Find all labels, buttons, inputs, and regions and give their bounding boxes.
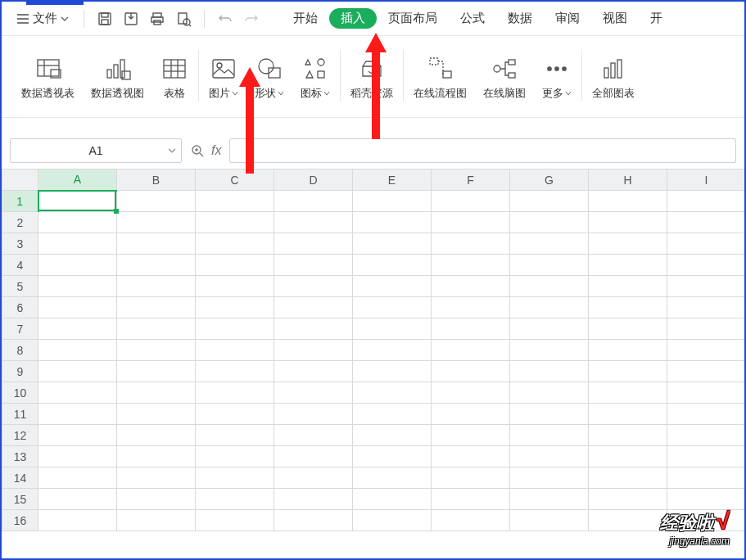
cell[interactable] [117, 446, 196, 467]
tab-more-right[interactable]: 开 [639, 6, 674, 31]
cell[interactable] [117, 255, 196, 276]
cell[interactable] [589, 446, 667, 467]
cell[interactable] [353, 191, 432, 212]
tab-insert[interactable]: 插入 [329, 8, 377, 29]
cell[interactable] [353, 233, 432, 255]
cell[interactable] [589, 233, 667, 255]
cell[interactable] [432, 510, 510, 531]
cell[interactable] [38, 340, 117, 361]
cell[interactable] [667, 425, 746, 446]
cell[interactable] [38, 446, 117, 467]
cell[interactable] [196, 425, 274, 446]
cell[interactable] [117, 233, 196, 255]
cell[interactable] [432, 361, 510, 382]
col-header-H[interactable]: H [589, 169, 667, 191]
col-header-B[interactable]: B [117, 169, 196, 191]
cell[interactable] [589, 191, 667, 212]
cell[interactable] [432, 467, 510, 489]
cell[interactable] [38, 233, 117, 255]
row-header-7[interactable]: 7 [2, 318, 38, 340]
doker-resource-button[interactable]: 稻壳资源 [342, 44, 401, 108]
fx-label[interactable]: fx [211, 143, 221, 158]
cell[interactable] [589, 425, 667, 446]
cell[interactable] [117, 318, 196, 340]
tab-view[interactable]: 视图 [591, 6, 639, 31]
cell[interactable] [432, 425, 510, 446]
row-header-11[interactable]: 11 [2, 404, 38, 425]
name-box[interactable]: A1 [10, 138, 182, 163]
cell[interactable] [117, 276, 196, 297]
cell[interactable] [589, 276, 667, 297]
tab-start[interactable]: 开始 [282, 6, 329, 31]
cell[interactable] [353, 276, 432, 297]
cell[interactable] [667, 361, 746, 382]
table-button[interactable]: 表格 [152, 44, 197, 108]
cell[interactable] [353, 212, 432, 233]
icon-button[interactable]: 图标 [292, 44, 338, 108]
cell[interactable] [117, 510, 196, 531]
save-as-button[interactable] [120, 8, 142, 29]
cell[interactable] [274, 276, 353, 297]
col-header-G[interactable]: G [510, 169, 589, 191]
save-button[interactable] [94, 8, 115, 29]
cell[interactable] [510, 191, 589, 212]
row-header-10[interactable]: 10 [2, 382, 38, 404]
cell[interactable] [274, 467, 353, 489]
row-header-5[interactable]: 5 [2, 276, 38, 297]
shape-button[interactable]: 形状 [246, 44, 292, 108]
cell[interactable] [667, 255, 746, 276]
row-header-14[interactable]: 14 [2, 467, 38, 489]
pivot-table-button[interactable]: 数据透视表 [13, 44, 83, 108]
cell[interactable] [38, 382, 117, 404]
cell[interactable] [510, 467, 589, 489]
cell[interactable] [510, 382, 589, 404]
tab-data[interactable]: 数据 [496, 6, 544, 31]
mindmap-button[interactable]: 在线脑图 [475, 44, 534, 108]
cell[interactable] [196, 297, 274, 318]
cell[interactable] [432, 255, 510, 276]
row-header-12[interactable]: 12 [2, 425, 38, 446]
cell[interactable] [510, 340, 589, 361]
cell[interactable] [196, 446, 274, 467]
cell[interactable] [432, 233, 510, 255]
cell[interactable] [589, 467, 667, 489]
cell[interactable] [353, 340, 432, 361]
cell[interactable] [274, 191, 353, 212]
undo-button[interactable] [215, 8, 236, 29]
cell[interactable] [667, 212, 746, 233]
cell[interactable] [510, 233, 589, 255]
cell[interactable] [432, 297, 510, 318]
cell[interactable] [274, 233, 353, 255]
cell[interactable] [38, 318, 117, 340]
pivot-chart-button[interactable]: 数据透视图 [83, 44, 152, 108]
cell[interactable] [353, 467, 432, 489]
cell[interactable] [667, 233, 746, 255]
cell[interactable] [117, 340, 196, 361]
all-charts-button[interactable]: 全部图表 [584, 44, 643, 108]
row-header-2[interactable]: 2 [2, 212, 38, 233]
cell[interactable] [432, 489, 510, 510]
cell[interactable] [117, 297, 196, 318]
cell[interactable] [667, 489, 746, 510]
col-header-C[interactable]: C [196, 169, 274, 191]
cell[interactable] [117, 212, 196, 233]
cell[interactable] [196, 382, 274, 404]
cell[interactable] [589, 361, 667, 382]
cell[interactable] [38, 510, 117, 531]
cell[interactable] [117, 467, 196, 489]
redo-button[interactable] [241, 8, 262, 29]
row-header-1[interactable]: 1 [2, 191, 38, 212]
cell[interactable] [353, 361, 432, 382]
cell[interactable] [667, 340, 746, 361]
cell[interactable] [274, 382, 353, 404]
cell[interactable] [38, 255, 117, 276]
cell[interactable] [432, 318, 510, 340]
cell[interactable] [38, 276, 117, 297]
cell[interactable] [667, 318, 746, 340]
picture-button[interactable]: 图片 [201, 44, 246, 108]
cell[interactable] [196, 361, 274, 382]
row-header-16[interactable]: 16 [2, 510, 38, 531]
cell[interactable] [274, 425, 353, 446]
cell[interactable] [38, 212, 117, 233]
cell[interactable] [117, 191, 196, 212]
